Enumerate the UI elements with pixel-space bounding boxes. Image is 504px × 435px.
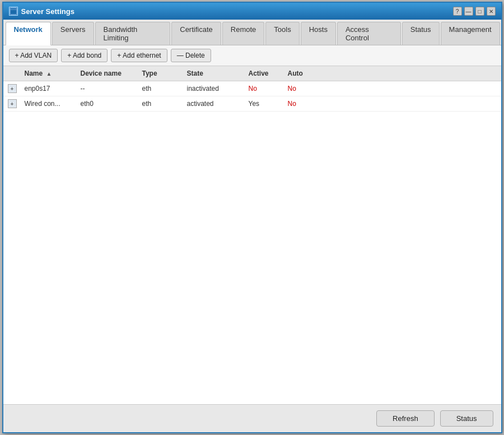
row1-state: inactivated xyxy=(183,84,244,94)
maximize-button[interactable]: □ xyxy=(475,7,484,16)
minimize-button[interactable]: — xyxy=(464,7,473,16)
row1-active: No xyxy=(244,84,283,94)
col-header-type: Type xyxy=(138,68,183,78)
add-vlan-button[interactable]: + Add VLAN xyxy=(9,49,58,62)
window-title: Server Settings xyxy=(21,7,74,16)
tab-bandwidth-limiting[interactable]: Bandwidth Limiting xyxy=(95,22,171,45)
add-ethernet-button[interactable]: + Add ethernet xyxy=(111,49,167,62)
svg-rect-0 xyxy=(10,8,17,15)
sort-arrow-name: ▲ xyxy=(46,71,52,77)
row1-auto: No xyxy=(283,84,323,94)
expand-icon-2[interactable]: + xyxy=(8,99,17,108)
window-icon xyxy=(9,7,18,16)
table-row[interactable]: + enp0s17 -- eth inactivated No No xyxy=(3,81,501,96)
tab-access-control[interactable]: Access Control xyxy=(337,22,401,45)
tab-bar: NetworkServersBandwidth LimitingCertific… xyxy=(3,20,501,45)
row1-expand[interactable]: + xyxy=(3,83,20,94)
status-button[interactable]: Status xyxy=(440,410,493,427)
tab-tools[interactable]: Tools xyxy=(265,22,299,45)
row2-type: eth xyxy=(138,99,183,109)
row2-expand[interactable]: + xyxy=(3,98,20,109)
tab-network[interactable]: Network xyxy=(6,22,51,45)
row2-auto: No xyxy=(283,99,323,109)
col-header-name[interactable]: Name ▲ xyxy=(20,68,76,78)
title-bar: Server Settings ? — □ ✕ xyxy=(3,3,501,20)
row2-active: Yes xyxy=(244,99,283,109)
title-bar-left: Server Settings xyxy=(9,7,74,16)
row2-state: activated xyxy=(183,99,244,109)
tab-status[interactable]: Status xyxy=(402,22,440,45)
row2-name: Wired con... xyxy=(20,99,76,109)
col-header-state: State xyxy=(183,68,244,78)
col-header-active: Active xyxy=(244,68,283,78)
col-header-expand xyxy=(3,68,20,78)
footer: Refresh Status xyxy=(3,404,501,432)
tab-management[interactable]: Management xyxy=(441,22,500,45)
tab-servers[interactable]: Servers xyxy=(52,22,94,45)
close-button[interactable]: ✕ xyxy=(487,7,496,16)
add-bond-button[interactable]: + Add bond xyxy=(61,49,108,62)
delete-button[interactable]: — Delete xyxy=(171,49,211,62)
help-button[interactable]: ? xyxy=(453,7,462,16)
col-header-device: Device name xyxy=(76,68,138,78)
toolbar: + Add VLAN + Add bond + Add ethernet — D… xyxy=(3,45,501,66)
row2-device: eth0 xyxy=(76,99,138,109)
row1-type: eth xyxy=(138,84,183,94)
tab-remote[interactable]: Remote xyxy=(222,22,265,45)
row1-device: -- xyxy=(76,84,138,94)
tab-hosts[interactable]: Hosts xyxy=(301,22,336,45)
row1-name: enp0s17 xyxy=(20,84,76,94)
table-header: Name ▲ Device name Type State Active Aut… xyxy=(3,66,501,81)
refresh-button[interactable]: Refresh xyxy=(376,410,435,427)
title-bar-controls: ? — □ ✕ xyxy=(453,7,496,16)
tab-certificate[interactable]: Certificate xyxy=(171,22,221,45)
expand-icon-1[interactable]: + xyxy=(8,84,17,93)
table-content: + enp0s17 -- eth inactivated No No + Wir… xyxy=(3,81,501,404)
main-window: Server Settings ? — □ ✕ NetworkServersBa… xyxy=(2,2,502,433)
col-header-auto: Auto xyxy=(283,68,323,78)
table-row[interactable]: + Wired con... eth0 eth activated Yes No xyxy=(3,96,501,112)
